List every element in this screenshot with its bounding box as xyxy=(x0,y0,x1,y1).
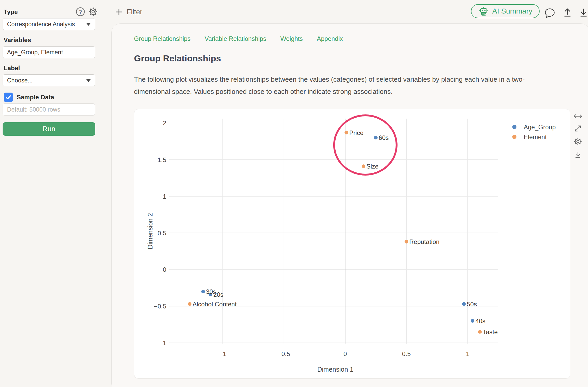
scatter-point xyxy=(471,319,474,323)
run-button[interactable]: Run xyxy=(3,122,95,136)
point-label: 50s xyxy=(467,301,477,308)
robot-icon xyxy=(478,6,489,17)
page-title: Group Relationships xyxy=(134,53,221,63)
point-label: 60s xyxy=(379,134,389,141)
point-label: Alcohol Content xyxy=(193,301,237,308)
label-select-value: Choose... xyxy=(7,77,33,84)
tab-appendix[interactable]: Appendix xyxy=(317,35,343,42)
scatter-point xyxy=(462,302,466,306)
upload-button[interactable] xyxy=(561,7,573,19)
resize-width-button[interactable] xyxy=(573,112,583,120)
annotation-circle xyxy=(334,115,397,175)
type-select-value: Correspondence Analysis xyxy=(7,21,75,28)
type-label: Type xyxy=(4,8,18,16)
label-label: Label xyxy=(4,64,20,72)
point-label: Size xyxy=(366,163,379,170)
horizontal-resize-icon xyxy=(573,112,583,120)
chart-settings-button[interactable] xyxy=(573,137,583,146)
sample-data-checkbox[interactable] xyxy=(4,93,13,102)
legend-label[interactable]: Element xyxy=(524,133,547,140)
y-tick-label: 1.5 xyxy=(158,156,166,163)
chevron-down-icon xyxy=(86,23,91,26)
legend-dot[interactable] xyxy=(512,135,516,139)
x-tick-label: −1 xyxy=(219,350,226,357)
x-tick-label: −0.5 xyxy=(278,350,290,357)
x-tick-label: 0 xyxy=(343,350,347,357)
y-axis-title: Dimension 2 xyxy=(146,213,154,249)
svg-text:?: ? xyxy=(79,9,82,15)
point-label: Taste xyxy=(483,328,497,336)
gear-icon xyxy=(573,137,583,146)
scatter-point xyxy=(362,164,365,168)
y-tick-label: −1 xyxy=(159,339,166,346)
scatter-point xyxy=(374,136,378,139)
scatter-point xyxy=(405,240,408,243)
scatter-point xyxy=(188,302,191,306)
sample-data-label: Sample Data xyxy=(17,94,54,101)
point-label: 30s xyxy=(206,288,216,295)
tab-variable-relationships[interactable]: Variable Relationships xyxy=(204,35,266,42)
download-button[interactable] xyxy=(578,7,588,19)
tab-weights[interactable]: Weights xyxy=(280,35,303,42)
tab-group-relationships[interactable]: Group Relationships xyxy=(134,35,190,42)
scatter-point xyxy=(344,131,348,134)
filter-label: Filter xyxy=(127,8,142,16)
sample-size-input[interactable] xyxy=(3,104,95,115)
x-tick-label: 1 xyxy=(466,350,469,357)
plus-icon xyxy=(115,8,123,16)
chart-download-button[interactable] xyxy=(573,150,583,159)
y-tick-label: 1 xyxy=(163,193,166,200)
scatter-plot[interactable]: 21.510.50−0.5−1−1−0.500.51Dimension 1Dim… xyxy=(134,109,571,379)
label-select[interactable]: Choose... xyxy=(3,74,95,86)
download-icon xyxy=(578,7,588,18)
add-filter-button[interactable]: Filter xyxy=(115,8,142,16)
expand-diagonal-icon xyxy=(573,124,582,133)
ai-summary-label: AI Summary xyxy=(492,7,532,15)
tab-bar: Group Relationships Variable Relationshi… xyxy=(134,35,343,42)
variables-input[interactable] xyxy=(3,46,95,58)
variables-label: Variables xyxy=(4,36,31,44)
help-icon[interactable]: ? xyxy=(75,7,85,17)
check-icon xyxy=(5,94,11,100)
type-select[interactable]: Correspondence Analysis xyxy=(3,18,95,30)
y-tick-label: 2 xyxy=(163,120,166,127)
y-tick-label: −0.5 xyxy=(154,303,166,310)
chart-toolbar xyxy=(573,112,583,159)
x-tick-label: 0.5 xyxy=(402,350,411,357)
point-label: 40s xyxy=(475,318,485,325)
point-label: Reputation xyxy=(409,238,439,245)
download-icon xyxy=(573,150,583,159)
chevron-down-icon xyxy=(86,79,91,82)
upload-icon xyxy=(561,7,573,18)
scatter-point xyxy=(201,290,205,293)
ai-summary-button[interactable]: AI Summary xyxy=(471,4,540,18)
y-tick-label: 0 xyxy=(163,266,166,273)
legend-dot[interactable] xyxy=(512,125,516,129)
point-label: Price xyxy=(349,129,363,136)
scatter-point xyxy=(478,330,482,334)
chat-bubble-icon xyxy=(544,7,556,19)
x-axis-title: Dimension 1 xyxy=(317,366,354,373)
chart-description: The following plot visualizes the relati… xyxy=(134,73,558,98)
chart-card: 21.510.50−0.5−1−1−0.500.51Dimension 1Dim… xyxy=(134,109,570,379)
legend-label[interactable]: Age_Group xyxy=(524,124,556,131)
y-tick-label: 0.5 xyxy=(158,230,166,237)
comment-button[interactable] xyxy=(544,7,556,20)
gear-icon[interactable] xyxy=(88,7,98,17)
expand-button[interactable] xyxy=(573,124,582,133)
